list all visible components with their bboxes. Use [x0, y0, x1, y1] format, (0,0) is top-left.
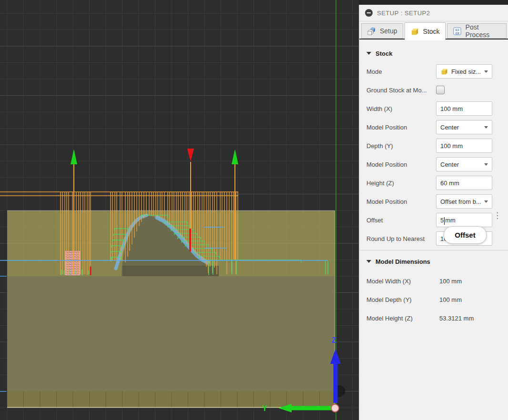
depth-input[interactable]: 100 mm: [436, 139, 492, 153]
depth-label: Depth (Y): [366, 142, 436, 150]
tab-post-process-label: Post Process: [466, 23, 501, 39]
stock-cube-icon: [410, 27, 419, 36]
mode-value: Fixed siz...: [451, 68, 481, 75]
ground-stock-label: Ground Stock at Mo...: [366, 87, 436, 94]
tab-stock-label: Stock: [423, 28, 440, 35]
tooltip-offset: Offset: [444, 226, 487, 244]
y-axis-label: Y: [262, 404, 267, 412]
mode-dropdown[interactable]: Fixed siz...: [436, 64, 492, 79]
model-depth-row: Model Depth (Y) 100 mm: [366, 292, 492, 307]
top-canvas-strip: [359, 0, 508, 5]
model-position-z-label: Model Position: [366, 198, 436, 205]
model-position-z-row: Model Position Offset from b...: [366, 194, 492, 209]
model-position-x-dropdown[interactable]: Center: [436, 120, 492, 134]
chevron-down-icon: [484, 200, 488, 203]
stock-section-title: Stock: [376, 50, 392, 57]
svg-text:G1: G1: [455, 28, 459, 31]
chevron-down-icon: [484, 163, 488, 166]
setup-dialog: SETUP : SETUP2 Setup Stock: [359, 5, 508, 420]
z-axis-label: Z: [332, 336, 336, 344]
offset-row: Offset 5 mm: [366, 213, 492, 227]
dialog-content: Stock Mode Fixed siz... Ground Stock at …: [359, 40, 508, 325]
model-width-row: Model Width (X) 100 mm: [366, 274, 492, 288]
stock-section-header[interactable]: Stock: [366, 48, 492, 59]
chevron-down-icon: [484, 70, 488, 73]
text-cursor: [444, 217, 445, 225]
fixed-size-box-icon: [440, 68, 448, 76]
height-row: Height (Z) 60 mm: [366, 176, 492, 190]
section-divider: [359, 250, 508, 250]
tab-stock[interactable]: Stock: [405, 22, 446, 40]
tab-setup[interactable]: Setup: [361, 23, 403, 39]
round-up-label: Round Up to Nearest: [366, 235, 436, 242]
height-label: Height (Z): [366, 180, 436, 187]
offset-label: Offset: [366, 217, 436, 224]
tab-setup-label: Setup: [380, 27, 397, 35]
model-height-value: 53.3121 mm: [439, 315, 474, 322]
chevron-down-icon: [484, 126, 488, 129]
model-position-y-label: Model Position: [366, 161, 436, 168]
model-dimensions-title: Model Dimensions: [376, 258, 430, 265]
setup-cubes-icon: [367, 27, 376, 36]
model-width-label: Model Width (X): [366, 278, 492, 285]
mode-row: Mode Fixed siz...: [366, 64, 492, 79]
svg-text:G2: G2: [455, 31, 459, 34]
collapse-triangle-icon: [366, 52, 371, 55]
model-position-y-row: Model Position Center: [366, 157, 492, 171]
ground-stock-checkbox[interactable]: [436, 86, 445, 94]
model-width-value: 100 mm: [439, 278, 462, 285]
model-dimensions-section-header[interactable]: Model Dimensions: [366, 256, 492, 267]
offset-input[interactable]: 5 mm: [436, 213, 492, 227]
post-process-gcode-icon: G1 G2: [453, 27, 462, 36]
collapse-triangle-icon: [366, 260, 371, 263]
model-depth-label: Model Depth (Y): [366, 296, 492, 303]
dialog-header: SETUP : SETUP2: [359, 5, 508, 21]
width-row: Width (X) 100 mm: [366, 101, 492, 116]
model-position-x-label: Model Position: [366, 124, 436, 131]
height-input[interactable]: 60 mm: [436, 176, 492, 190]
model-position-x-row: Model Position Center: [366, 120, 492, 134]
depth-row: Depth (Y) 100 mm: [366, 139, 492, 153]
tab-bar: Setup Stock G1 G2 Post Process: [359, 21, 508, 40]
dialog-title: SETUP : SETUP2: [377, 10, 430, 17]
model-height-row: Model Height (Z) 53.3121 mm: [366, 311, 492, 325]
viewport-canvas[interactable]: Z Y: [0, 0, 359, 420]
tab-post-process[interactable]: G1 G2 Post Process: [447, 23, 507, 39]
width-input[interactable]: 100 mm: [436, 101, 492, 116]
more-options-icon[interactable]: ⋮: [493, 211, 501, 220]
width-label: Width (X): [366, 105, 436, 112]
mode-label: Mode: [366, 68, 436, 75]
dialog-handle-icon[interactable]: [365, 9, 373, 17]
model-depth-value: 100 mm: [439, 296, 462, 303]
model-position-z-dropdown[interactable]: Offset from b...: [436, 194, 492, 209]
ground-stock-row: Ground Stock at Mo...: [366, 83, 492, 97]
model-position-y-dropdown[interactable]: Center: [436, 157, 492, 171]
